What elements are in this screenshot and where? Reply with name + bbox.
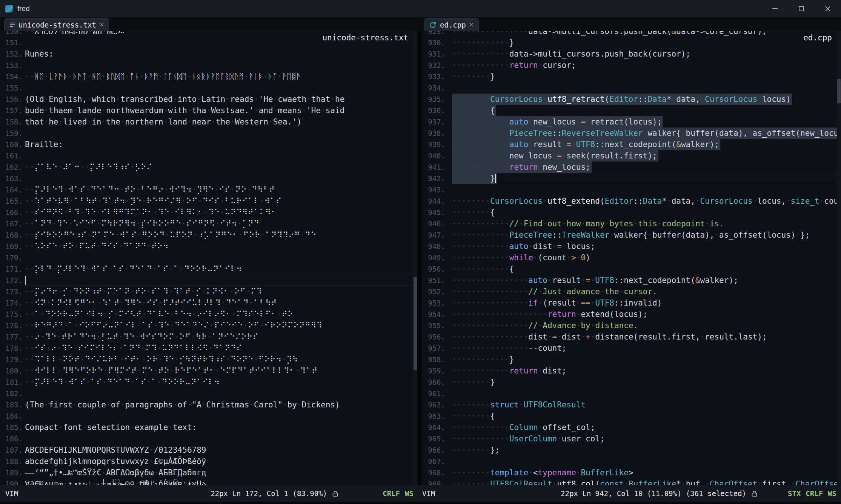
code-line[interactable]: 167.··⠁⠝⠙·⠹⠑·⠡⠊⠑⠋·⠍⠳⠗⠝⠻⠲·⡎⠊⠗⠕⠕⠛⠑·⠎⠊⠛⠝⠫·⠊… [0,218,413,229]
code-line[interactable]: 163. [0,173,413,184]
whitespace-dots: · [306,95,311,104]
code-line[interactable]: 180.··⠺⠊⠇⠇·⠹⠻⠑⠋⠕⠗⠑·⠏⠻⠍⠊⠞·⠍⠑·⠞⠕·⠗⠑⠏⠑⠁⠞⠂·⠑… [0,365,413,376]
code-line[interactable]: 942.········} [422,173,837,184]
code-line[interactable]: 933.········} [422,71,837,82]
code-line[interactable]: 162.··⡌⠁⠧⠑·⠼⠁⠒··⡍⠜⠇⠑⠹⠰⠎·⡣⠕⠌ [0,161,413,173]
text-buffer-left[interactable]: 150.··እግርህን·በፍራሽህ·ልክ·ዘርጋ።151.152.Runes:1… [0,31,413,485]
code-line[interactable]: 184. [0,410,413,422]
code-line[interactable]: 948.············auto·dist·=·locus; [422,241,837,252]
code-line[interactable]: 959.············return·dist; [422,365,837,376]
text-buffer-right[interactable]: 929.················data->multi_cursors.… [422,31,837,485]
code-line[interactable]: 964.············Column·offset_col; [422,422,837,433]
scrollbar-thumb-right[interactable] [837,79,841,103]
code-line[interactable]: 929.················data->multi_cursors.… [422,31,837,37]
code-line[interactable]: 949.············while·(count·>·0) [422,252,837,263]
code-line[interactable]: 177.··⠔·⠹⠑·⠞⠗⠁⠙⠑⠲·⡃⠥⠞·⠹⠑·⠺⠊⠎⠙⠕⠍·⠕⠋·⠳⠗·⠁⠝… [0,331,413,343]
code-line[interactable]: 946.············//·Find·out·how·many·byt… [422,218,837,229]
code-line[interactable]: 952.················//·Just·advance·the·… [422,286,837,297]
code-line[interactable]: 161. [0,150,413,161]
scrollbar-right[interactable] [837,31,841,485]
code-line[interactable]: 939.············auto·result·=·UTF8::next… [422,139,837,150]
code-line[interactable]: 958.············} [422,354,837,365]
code-line[interactable]: 960.········} [422,376,837,388]
code-line[interactable]: 962.········struct·UTF8ColResult [422,399,837,410]
code-line[interactable]: 190.∀∂∈ℝ∧∪≡∞·↑↗↨↻⇣·┐┼╔╘░►☺♀·ﬁ�⑀₂ἠḂӥẄɐː⍎א… [0,478,413,485]
tab-close-icon[interactable] [100,23,104,27]
code-line[interactable]: 961. [422,388,837,399]
code-line[interactable]: 176.··⠗⠑⠛⠜⠙·⠁·⠊⠕⠋⠋⠔⠤⠝⠁⠊⠇·⠁⠎·⠹⠑·⠙⠑⠁⠙⠑⠌·⠏⠊… [0,320,413,331]
code-line[interactable]: 159. [0,128,413,139]
tab-unicode-stress-txt[interactable]: unicode-stress.txt [4,18,109,31]
code-line[interactable]: 174.··⠪⠝·⠅⠝⠪⠇⠫⠛⠑⠂·⠱⠁⠞·⠹⠻⠑·⠊⠎·⠏⠜⠞⠊⠊⠥⠇⠜⠇⠹·… [0,297,413,309]
code-line[interactable]: 166.··⠎⠊⠛⠝⠫·⠃⠹·⠹⠑·⠊⠇⠻⠛⠹⠍⠁⠝⠂·⠹⠑·⠊⠇⠻⠅⠂·⠹⠑·… [0,207,413,218]
code-line[interactable]: 172. [0,275,413,286]
code-line[interactable]: 183.(The·first·couple·of·paragraphs·of·"… [0,399,413,410]
scrollbar-left[interactable] [413,31,417,485]
code-line[interactable]: 966.········}; [422,444,837,456]
code-line[interactable]: 154.··ᚻᛖ·ᚳᚹᚫᚦ·ᚦᚫᛏ·ᚻᛖ·ᛒᚢᛞᛖ·ᚩᚾ·ᚦᚫᛗ·ᛚᚪᚾᛞᛖ·ᚾ… [0,71,413,82]
code-line[interactable]: 188.abcdefghijklmnopqrstuvwxyz·£©µÀÆÖÞßé… [0,456,413,467]
code-line[interactable]: 155. [0,82,413,94]
line-number: 152. [0,48,23,60]
code-line[interactable]: 179.··⠩⠁⠇⠇·⠝⠕⠞·⠙⠊⠌⠥⠗⠃·⠊⠞⠂·⠕⠗·⠹⠑·⡊⠳⠝⠞⠗⠹⠰⠎… [0,354,413,365]
code-line[interactable]: 182. [0,388,413,399]
whitespace-dots: · [63,378,68,387]
code-line[interactable]: 965.············UserColumn·user_col; [422,433,837,444]
code-line[interactable]: 186. [0,433,413,444]
code-line[interactable]: 938.············PieceTree::ReverseTreeWa… [422,128,837,139]
code-line[interactable]: 943. [422,184,837,195]
code-line[interactable]: 173.··⡍⠔⠙⠖·⡊·⠙⠕⠝⠰⠞·⠍⠑⠁⠝·⠞⠕·⠎⠁⠹·⠹⠁⠞·⡊·⠅⠝⠪… [0,286,413,297]
code-line[interactable]: 950.············{ [422,263,837,275]
code-line[interactable]: 165.··⠱⠁⠞⠑⠧⠻·⠁⠃⠳⠞·⠹⠁⠞⠲·⡹⠑·⠗⠑⠛⠊⠌⠻·⠕⠋·⠙⠊⠎·… [0,195,413,207]
code-line[interactable]: 185.Compact·font·selection·example·text: [0,422,413,433]
code-line[interactable]: 953.················if·(result·==·UTF8::… [422,297,837,309]
code-line[interactable]: 956.················dist·=·dist·+·distan… [422,331,837,343]
code-line[interactable]: 944.········CursorLocus·utf8_extend(Edit… [422,195,837,207]
code-line[interactable]: 181.··⡍⠜⠇⠑⠹·⠺⠁⠎·⠁⠎·⠙⠑⠁⠙·⠁⠎·⠁·⠙⠕⠕⠗⠤⠝⠁⠊⠇⠲ [0,376,413,388]
code-line[interactable]: 164.··⡍⠜⠇⠑⠹·⠺⠁⠎·⠙⠑⠁⠙⠒·⠞⠕·⠃⠑⠛⠔·⠺⠊⠹⠲·⡹⠻⠑·⠊… [0,184,413,195]
code-line[interactable]: 957.················--count; [422,343,837,354]
maximize-button[interactable] [788,0,815,17]
code-line[interactable]: 175.··⠁·⠙⠕⠕⠗⠤⠝⠁⠊⠇⠲·⡊·⠍⠊⠣⠞·⠙⠁⠧⠑·⠃⠑⠲·⠔⠊⠇⠔⠫… [0,309,413,320]
editor-pane-left[interactable]: 150.··እግርህን·በፍራሽህ·ልክ·ዘርጋ።151.152.Runes:1… [0,31,417,485]
code-line[interactable]: 153. [0,60,413,71]
code-line[interactable]: 947.············PieceTree::TreeWalker·wa… [422,229,837,241]
code-line[interactable]: 171.··⡕⠇⠙·⡍⠜⠇⠑⠹·⠺⠁⠎·⠁⠎·⠙⠑⠁⠙·⠁⠎·⠁·⠙⠕⠕⠗⠤⠝⠁… [0,263,413,275]
tab-ed-cpp[interactable]: ed.cpp [424,18,479,31]
code-line[interactable]: 931.············data->multi_cursors.push… [422,48,837,60]
whitespace-dots: · [120,355,125,364]
code-line[interactable]: 940.············new_locus·=·seek(result.… [422,150,837,161]
code-line[interactable]: 954.····················return·extend(lo… [422,309,837,320]
code-line[interactable]: 170. [0,252,413,263]
code-line[interactable]: 963.········{ [422,410,837,422]
close-button[interactable] [815,0,841,17]
code-line[interactable]: 160.Braille: [0,139,413,150]
code-line[interactable]: 168.··⡎⠊⠗⠕⠕⠛⠑⠰⠎·⠝⠁⠍⠑·⠺⠁⠎·⠛⠕⠕⠙·⠥⠏⠕⠝·⠰⡡⠁⠝⠛… [0,229,413,241]
code-line[interactable]: 187.ABCDEFGHIJKLMNOPQRSTUVWXYZ·/01234567… [0,444,413,456]
code-line[interactable]: 934. [422,82,837,94]
code-line[interactable]: 169.··⠡⠕⠎⠑·⠞⠕·⠏⠥⠞·⠙⠊⠎·⠙⠁⠝⠙·⠞⠕⠲ [0,241,413,252]
scrollbar-thumb-left[interactable] [414,277,417,370]
code-line[interactable]: 951.················auto·result·=·UTF8::… [422,275,837,286]
code-line[interactable]: 968.········template·<typename·BufferLik… [422,467,837,478]
code-line[interactable]: 969.········UTF8ColResult·utf8_col(const… [422,478,837,485]
code-line[interactable]: 157.bude·thaem·lande·northweardum·with·t… [0,105,413,116]
minimize-button[interactable] [762,0,788,17]
code-line[interactable]: 936.········{ [422,105,837,116]
pane-divider[interactable] [417,31,422,485]
code-line[interactable]: 930.············} [422,37,837,48]
code-line[interactable]: 937.············auto·new_locus·=·retract… [422,116,837,128]
code-line[interactable]: 152.Runes: [0,48,413,60]
code-line[interactable]: 178.··⠊⠎·⠔·⠹⠑·⠎⠊⠍⠊⠇⠑⠆·⠁⠝⠙·⠍⠹·⠥⠝⠙⠁⠇⠇⠪⠫·⠙⠁… [0,343,413,354]
code-line[interactable]: 156.(Old·English,·which·transcribed·into… [0,94,413,105]
code-line[interactable]: 189.–—‘“”„†•…‰™œŠŸž€·ΑΒΓΔΩαβγδω·АБВГДабв… [0,467,413,478]
code-line[interactable]: 945.········{ [422,207,837,218]
code-line[interactable]: 967. [422,456,837,467]
tab-close-icon[interactable] [469,23,474,27]
code-line[interactable]: 941.············return·new_locus; [422,161,837,173]
editor-pane-right[interactable]: 929.················data->multi_cursors.… [422,31,841,485]
code-line[interactable]: 932.············return·cursor; [422,60,837,71]
code-line[interactable]: 955.················//·Advance·by·distan… [422,320,837,331]
code-line[interactable]: 158.that·he·lived·in·the·northern·land·n… [0,116,413,128]
code-line[interactable]: 935.········CursorLocus·utf8_retract(Edi… [422,94,837,105]
